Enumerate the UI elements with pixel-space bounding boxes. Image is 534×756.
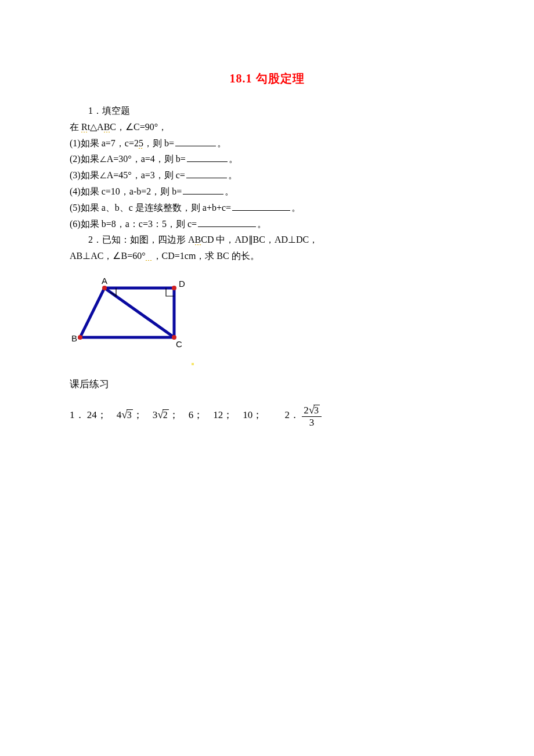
q2-line1-rest: CD 中，AD∥BC，AD⊥DC， <box>201 235 318 244</box>
blank-1 <box>175 137 216 146</box>
page-title: 18.1 勾股定理 <box>70 70 464 88</box>
blank-5 <box>232 201 290 211</box>
answers-header: 课后练习 <box>70 377 464 392</box>
q1-part-2: (2)如果∠A=30°，a=4，则 b=。 <box>70 152 464 167</box>
q1-part-3-text: (3)如果∠A=45°，a=3，则 c= <box>70 170 185 180</box>
ans-6: 10； <box>243 409 262 420</box>
frac-denominator: 3 <box>302 417 322 429</box>
q1-part-5: (5)如果 a、b、c 是连续整数，则 a+b+c=。 <box>70 201 464 215</box>
tiny-yellow-mark <box>192 363 194 365</box>
q1-part-6: (6)如果 b=8，a：c=3：5，则 c=。 <box>70 217 464 232</box>
period: 。 <box>228 170 237 180</box>
ans-3-post: ； <box>169 409 179 420</box>
ans-4: 6； <box>189 409 204 420</box>
frac-num-rad: 3 <box>313 405 320 415</box>
answers-line: 1． 24； 4√3 ； 3√2 ； 6； 12； 10； 2． 2√3 3 <box>70 404 464 428</box>
period: 。 <box>291 203 301 213</box>
vertex-a <box>102 286 107 290</box>
q1-part-3: (3)如果∠A=45°，a=3，则 c=。 <box>70 168 464 183</box>
ans-label-2: 2． <box>284 409 300 420</box>
q1-part-5-text: (5)如果 a、b、c 是连续整数，则 a+b+c= <box>70 203 231 213</box>
ans-3-rad: 2 <box>163 409 169 420</box>
q1-part-1: (1)如果 a=7，c=25，则 b=。 <box>70 136 464 151</box>
ans-3-coef: 3 <box>153 409 158 420</box>
q1-part-4-text: (4)如果 c=10，a-b=2，则 b= <box>70 186 182 196</box>
label-a: A <box>102 276 107 286</box>
period: 。 <box>217 138 226 148</box>
vertex-d <box>172 286 176 290</box>
label-b: B <box>71 333 77 343</box>
ans-3: 3√2 <box>153 406 169 423</box>
q1-part-6-text: (6)如果 b=8，a：c=3：5，则 c= <box>70 219 197 229</box>
q1-part-2-text: (2)如果∠A=30°，a=4，则 b= <box>70 154 186 164</box>
q1-part-4: (4)如果 c=10，a-b=2，则 b=。 <box>70 185 464 199</box>
q1-part-1-text: (1)如果 a=7，c=25，则 b= <box>70 138 174 149</box>
ans-2: 4√3 <box>117 406 133 423</box>
q1-heading: 1．填空题 <box>70 104 464 118</box>
q2-line1-dotted: B <box>195 235 201 245</box>
blank-4 <box>183 185 223 195</box>
q2-line1: 2．已知：如图，四边形 ABCD 中，AD∥BC，AD⊥DC， <box>70 233 464 247</box>
q1-premise: 在 Rt△ABC，∠C=90°， <box>70 120 464 135</box>
ans-2-post: ； <box>133 409 143 420</box>
q2-line2: AB⊥AC，∠B=60° ，CD=1cm，求 BC 的长。 <box>70 249 464 264</box>
ans-1: 24； <box>87 409 107 420</box>
blank-2 <box>187 153 228 162</box>
ans-frac: 2√3 3 <box>302 404 322 428</box>
blank-3 <box>186 169 227 178</box>
trapezoid-svg: A D C B <box>70 276 200 352</box>
ans-2-coef: 4 <box>117 409 122 420</box>
polygon-abcd <box>80 288 174 337</box>
period: 。 <box>229 154 238 164</box>
label-c: C <box>176 339 182 349</box>
ans-5: 12； <box>213 409 233 420</box>
ans-label-1: 1． <box>70 409 85 420</box>
period: 。 <box>225 186 234 196</box>
frac-num-coef: 2 <box>304 405 309 416</box>
q2-line2-dotted <box>146 251 153 261</box>
frac-numerator: 2√3 <box>302 404 322 417</box>
ans-2-rad: 3 <box>127 409 133 420</box>
q2-line2-prefix: AB⊥AC，∠B=60° <box>70 251 146 261</box>
period: 。 <box>257 219 266 229</box>
q2-line2-suffix: ，CD=1cm，求 BC 的长。 <box>153 251 259 261</box>
label-d: D <box>179 279 185 289</box>
q1-premise-text: 在 Rt△ABC，∠C=90°， <box>70 122 167 132</box>
vertex-b <box>78 335 82 340</box>
q2-line1-prefix: 2．已知：如图，四边形 A <box>88 235 195 244</box>
blank-6 <box>198 218 256 227</box>
geometry-figure: A D C B <box>70 276 464 371</box>
